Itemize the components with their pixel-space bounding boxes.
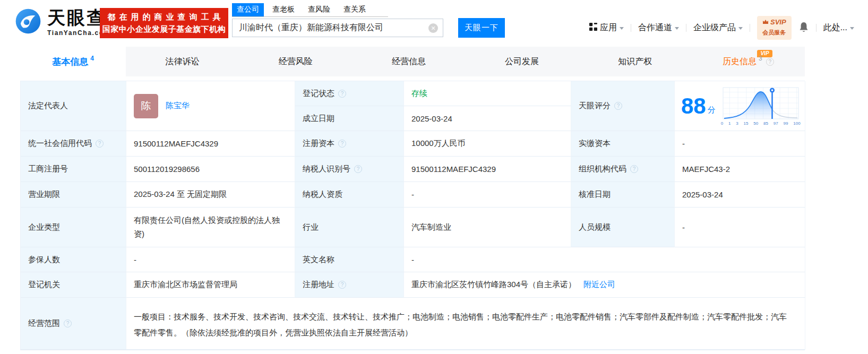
axis-tick: 97: [774, 121, 778, 126]
user-menu[interactable]: 此处...: [823, 22, 854, 33]
tianyancha-eye-icon: [15, 8, 41, 37]
svip-member-button[interactable]: SVIP 会员服务: [757, 16, 792, 40]
field-value-paid-capital: -: [675, 131, 805, 157]
tab-basic-info[interactable]: 基本信息 4: [20, 47, 126, 76]
tab-legal-litigation[interactable]: 法律诉讼: [126, 47, 239, 76]
field-value-business-scope: 一般项目：技术服务、技术开发、技术咨询、技术交流、技术转让、技术推广；电池制造；…: [126, 298, 805, 350]
basic-info-table: 法定代表人 陈 陈宝华 登记状态 ? 存续 天眼评分 ? 88 分: [20, 81, 805, 350]
tab-count: 3: [759, 55, 762, 62]
tianyancha-logo[interactable]: 天眼查 TianYanCha.com: [15, 8, 110, 37]
help-icon[interactable]: ?: [338, 140, 346, 148]
search-tabs: 查公司 查老板 查风险 查关系: [232, 3, 388, 17]
field-label-org-code: 组织机构代码 ?: [571, 157, 675, 182]
tab-label: 公司发展: [505, 56, 539, 67]
help-icon[interactable]: ?: [96, 140, 104, 148]
tab-label: 基本信息: [52, 56, 88, 68]
search-tab-boss[interactable]: 查老板: [268, 3, 299, 16]
value-text: 2025-03-24 至 无固定期限: [134, 189, 227, 200]
nav-cooperation[interactable]: 合作通道: [638, 22, 679, 33]
value-text: -: [682, 139, 685, 148]
help-icon[interactable]: ?: [630, 165, 638, 173]
label-text: 天眼评分: [579, 101, 611, 111]
tab-business-info[interactable]: 经营信息: [352, 47, 465, 76]
field-label-approval-date: 核准日期: [571, 182, 675, 208]
axis-tick: 100: [793, 121, 800, 126]
banner-line2: 国家中小企业发展子基金旗下机构: [102, 24, 226, 34]
nav-apps[interactable]: 应用: [589, 22, 624, 33]
label-text: 成立日期: [303, 114, 334, 124]
search-area: 查公司 查老板 查风险 查关系 ✕ 天眼一下: [232, 3, 505, 38]
nav-divider: [686, 24, 686, 32]
help-icon[interactable]: ?: [338, 90, 346, 98]
apps-grid-icon: [589, 23, 597, 33]
label-text: 经营范围: [28, 318, 60, 329]
tab-history-info[interactable]: VIP 历史信息 3 ?: [692, 47, 805, 76]
tab-company-development[interactable]: 公司发展: [466, 47, 579, 76]
search-tab-risk[interactable]: 查风险: [303, 3, 335, 16]
help-icon[interactable]: ?: [354, 165, 362, 173]
field-label-business-scope: 经营范围 ?: [21, 298, 126, 350]
score-unit: 分: [708, 105, 716, 115]
label-text: 登记机关: [28, 280, 60, 290]
company-detail-card: 基本信息 4 法律诉讼 经营风险 经营信息 公司发展 知识产权 VIP 历史信息…: [20, 47, 805, 350]
field-label-reg-number: 工商注册号: [21, 157, 126, 182]
search-tab-relation[interactable]: 查关系: [339, 3, 371, 16]
field-label-establish-date: 成立日期: [295, 106, 404, 131]
help-icon[interactable]: ?: [338, 281, 346, 289]
avatar[interactable]: 陈: [134, 94, 158, 118]
legal-rep-link[interactable]: 陈宝华: [166, 101, 190, 111]
value-text: -: [682, 223, 685, 232]
field-label-company-type: 企业类型: [21, 208, 126, 247]
nearby-companies-link[interactable]: 附近公司: [583, 280, 615, 290]
svip-label: SVIP: [770, 18, 786, 27]
label-text: 法定代表人: [28, 101, 68, 111]
nav-enterprise-label: 企业级产品: [693, 22, 736, 33]
field-value-credit-code: 91500112MAEFJC4329: [126, 131, 295, 157]
value-text: 汽车制造业: [411, 222, 451, 232]
nav-divider: [631, 24, 631, 32]
tab-intellectual-property[interactable]: 知识产权: [579, 47, 692, 76]
tab-operation-risk[interactable]: 经营风险: [239, 47, 352, 76]
search-input-wrap: ✕: [232, 19, 443, 37]
tab-count: 4: [90, 55, 94, 62]
notification-bell[interactable]: [798, 21, 809, 35]
nav-enterprise[interactable]: 企业级产品: [693, 22, 743, 33]
field-label-taxpayer-quality: 纳税人资质: [295, 182, 404, 208]
search-tab-company[interactable]: 查公司: [232, 3, 264, 16]
axis-tick: 99: [784, 121, 788, 126]
score-axis-labels: 0 1 3 15 50 85 97 99 100: [721, 121, 801, 126]
field-label-paid-capital: 实缴资本: [571, 131, 675, 157]
label-text: 核准日期: [579, 189, 611, 200]
field-value-taxpayer-id: 91500112MAEFJC4329: [404, 157, 571, 182]
user-menu-label: 此处...: [823, 22, 847, 33]
value-text: -: [134, 255, 136, 264]
field-value-english-name: -: [404, 247, 805, 272]
field-label-insured-count: 参保人数: [21, 247, 126, 272]
clear-icon[interactable]: ✕: [428, 23, 438, 33]
nav-divider: [816, 24, 817, 32]
help-icon[interactable]: ?: [766, 58, 774, 66]
field-value-business-term: 2025-03-24 至 无固定期限: [126, 182, 295, 208]
status-badge: 存续: [411, 89, 427, 99]
value-text: -: [411, 255, 414, 264]
help-icon[interactable]: ?: [614, 102, 622, 110]
field-value-reg-status: 存续: [404, 81, 571, 106]
field-label-score: 天眼评分 ?: [571, 81, 675, 131]
tab-label: 知识产权: [618, 56, 652, 67]
bell-icon: [798, 21, 809, 35]
search-button[interactable]: 天眼一下: [458, 18, 505, 38]
value-text: 重庆市渝北区茨竹镇竹峰路304号（自主承诺）: [411, 280, 576, 290]
nav-apps-label: 应用: [600, 22, 617, 33]
label-text: 注册资本: [303, 139, 334, 149]
search-input[interactable]: [233, 19, 443, 37]
label-text: 组织机构代码: [579, 164, 626, 174]
help-icon[interactable]: ?: [64, 320, 72, 327]
label-text: 参保人数: [28, 255, 60, 265]
tab-label: 经营信息: [392, 56, 426, 67]
field-label-reg-capital: 注册资本 ?: [295, 131, 404, 157]
tab-label: 历史信息: [723, 56, 757, 67]
field-value-company-type: 有限责任公司(自然人投资或控股的法人独资): [126, 208, 295, 247]
value-text: 一般项目：技术服务、技术开发、技术咨询、技术交流、技术转让、技术推广；电池制造；…: [134, 309, 793, 341]
field-value-approval-date: 2025-03-24: [675, 182, 805, 208]
tab-label: 经营风险: [279, 56, 313, 67]
